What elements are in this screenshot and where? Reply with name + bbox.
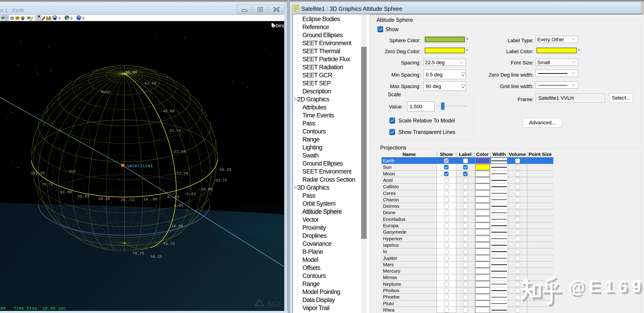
svg-text:@E169: @E169 (568, 277, 641, 296)
